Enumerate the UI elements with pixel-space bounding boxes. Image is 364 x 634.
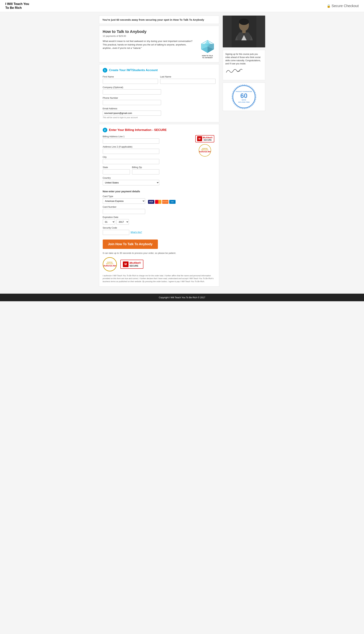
mcafee-secure-lg: SECURE <box>130 265 141 267</box>
svg-marker-8 <box>205 40 210 44</box>
product-logo-text: HOW TO TALK TO ANYBODY <box>200 55 216 59</box>
zip-group: Billing Zip <box>132 166 159 174</box>
mcafee-secure: SECURE <box>203 139 213 141</box>
mcafee-m-icon: M <box>197 136 202 141</box>
lock-icon: 🔒 <box>327 4 330 8</box>
mcafee-text: McAfee® SECURE <box>203 136 213 141</box>
mcafee-badge-lg: M McAfee® SECURE <box>120 260 143 269</box>
product-section: How to Talk to Anybody 12 payments of $2… <box>99 26 219 63</box>
last-name-input[interactable] <box>160 79 216 84</box>
right-column: Signing up for this course puts you mile… <box>223 16 265 288</box>
billing-fields: Billing Address Line 1 Address Line 2 (I… <box>103 135 192 187</box>
address2-input[interactable] <box>103 149 159 154</box>
zip-input[interactable] <box>132 169 159 174</box>
authorize-verified-text-lg: VERIFIEDMERCHANT <box>106 262 113 265</box>
billing-row: Billing Address Line 1 Address Line 2 (I… <box>103 135 216 187</box>
left-column: You're just 60 seconds away from securin… <box>99 16 219 288</box>
state-input[interactable] <box>103 169 130 174</box>
mcafee-text-lg: McAfee® SECURE <box>130 261 141 267</box>
city-label: City <box>103 156 192 158</box>
secure-checkout-text: Secure Checkout <box>332 4 359 8</box>
card-type-label: Card Type <box>103 195 145 198</box>
security-code-label: Security Code <box>103 226 216 229</box>
svg-rect-13 <box>242 30 246 33</box>
main-container: You're just 60 seconds away from securin… <box>96 12 269 292</box>
submit-button[interactable]: Join How To Talk To Anybody <box>103 240 158 249</box>
guarantee-badge: PRODUCT GUARANTEE 60 DAYS 100% RISK FREE <box>223 83 265 111</box>
person-photo <box>223 16 265 48</box>
product-logo: HOW TO TALK TO ANYBODY <box>200 40 216 59</box>
footer-text: Copyright I Will Teach You To Be Rich © … <box>159 296 205 299</box>
account-section-header: 1 Create Your IWTStudents Account <box>103 68 216 73</box>
country-select[interactable]: United States Canada United Kingdom Aust… <box>103 180 159 185</box>
promo-text: You're just 60 seconds away from securin… <box>102 18 204 21</box>
mcafee-name: McAfee® <box>203 136 213 139</box>
address1-input[interactable] <box>103 139 159 144</box>
signature-svg <box>226 67 243 74</box>
state-zip-row: State Billing Zip <box>103 166 159 174</box>
product-body: What would it mean to not feel awkward o… <box>103 40 216 59</box>
amex-logo: AMEX <box>169 200 176 204</box>
authorize-net-text-lg: Authorize.Net <box>104 265 116 267</box>
first-name-group: First Name <box>103 75 158 84</box>
security-badges: M McAfee® SECURE VERIFIEDMERCHANT Author… <box>194 135 216 157</box>
guarantee-label: DAYS <box>242 99 246 101</box>
expiry-year-select[interactable]: 201720182019 202020212022 202320242025 <box>116 219 129 225</box>
expiry-group: Expiration Date 01020304 05060708 091011… <box>103 216 216 225</box>
expiry-month-select[interactable]: 01020304 05060708 09101112 <box>103 219 115 225</box>
email-group: Email Address <box>103 107 216 116</box>
mcafee-m-lg-icon: M <box>123 261 128 267</box>
billing-section: 2 Enter Your Billing Information - SECUR… <box>99 124 219 287</box>
security-code-row: What's this? <box>103 230 216 235</box>
country-group: Country United States Canada United King… <box>103 177 159 185</box>
country-label: Country <box>103 177 159 179</box>
address2-label: Address Line 2 (If applicable) <box>103 145 192 148</box>
authorize-net-text: Authorize.Net <box>199 151 210 153</box>
expiry-label: Expiration Date <box>103 216 216 219</box>
card-type-select[interactable]: Visa MasterCard Discover American Expres… <box>103 198 145 204</box>
state-group: State <box>103 166 130 174</box>
authorize-verified-text: VERIFIEDMERCHANT <box>201 148 208 151</box>
zip-label: Billing Zip <box>132 166 159 169</box>
company-group: Company (Optional) <box>103 86 216 95</box>
logo-line1: I Will Teach You <box>5 2 29 6</box>
card-number-label: Card Number <box>103 206 145 208</box>
city-input[interactable] <box>103 159 159 164</box>
header: I Will Teach You To Be Rich 🔒 Secure Che… <box>0 0 364 12</box>
security-code-group: Security Code What's this? <box>103 226 216 235</box>
processing-note: It can take up to 30 seconds to process … <box>103 252 216 254</box>
authorize-badge: VERIFIEDMERCHANT Authorize.Net <box>199 144 211 157</box>
name-row: First Name Last Name <box>103 75 216 84</box>
last-name-group: Last Name <box>160 75 216 84</box>
last-name-label: Last Name <box>160 75 216 78</box>
account-section-number: 1 <box>103 68 107 73</box>
testimonial-text: Signing up for this course puts you mile… <box>226 53 262 65</box>
person-silhouette <box>232 16 256 48</box>
phone-input[interactable] <box>103 100 161 105</box>
guarantee-days: 60 <box>240 93 247 99</box>
product-price: 12 payments of $29.00 <box>103 35 216 37</box>
address1-label: Billing Address Line 1 <box>103 135 192 138</box>
bottom-badges: VERIFIEDMERCHANT Authorize.Net M McAfee®… <box>103 257 216 271</box>
company-input[interactable] <box>103 89 161 95</box>
signature <box>226 67 262 76</box>
whats-this-link[interactable]: What's this? <box>131 231 142 234</box>
card-number-input[interactable] <box>103 209 145 214</box>
first-name-label: First Name <box>103 75 158 78</box>
security-code-input[interactable] <box>103 230 129 235</box>
mcafee-name-lg: McAfee® <box>130 261 141 265</box>
diamond-logo-icon <box>200 40 216 54</box>
visa-logo: VISA <box>148 200 154 204</box>
address2-group: Address Line 2 (If applicable) <box>103 145 192 154</box>
account-section: 1 Create Your IWTStudents Account First … <box>99 64 219 122</box>
phone-group: Phone Number <box>103 97 216 105</box>
billing-section-number: 2 <box>103 128 107 132</box>
testimonial-box: Signing up for this course puts you mile… <box>223 50 265 80</box>
guarantee-bottom-text: 100% RISK FREE <box>238 101 250 103</box>
email-input[interactable] <box>103 111 161 116</box>
email-hint: This will be used to login to your accou… <box>103 116 216 119</box>
secure-checkout-label: 🔒 Secure Checkout <box>327 4 359 8</box>
email-label: Email Address <box>103 107 216 110</box>
product-description: What would it mean to not feel awkward o… <box>103 40 197 50</box>
first-name-input[interactable] <box>103 79 158 84</box>
